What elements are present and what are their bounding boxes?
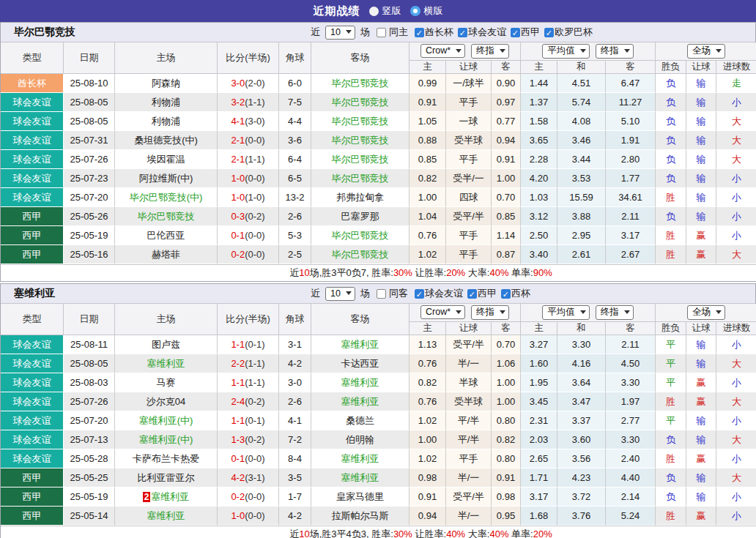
odds-company-select[interactable]: Crow* [420, 44, 465, 58]
home-team[interactable]: 巴伦西亚 [115, 226, 218, 245]
result-handicap: 输 [686, 207, 716, 226]
average-stage-select[interactable]: 终指 [596, 305, 634, 320]
odds-stage-select[interactable]: 终指 [471, 44, 509, 59]
away-team-name: 邦弗拉甸拿 [336, 192, 384, 203]
away-team[interactable]: 邦弗拉甸拿 [311, 188, 410, 207]
away-team[interactable]: 塞维利亚 [311, 392, 410, 411]
league-filter-checkbox[interactable]: ✓ [544, 28, 554, 37]
home-team[interactable]: 毕尔巴鄂竞技(中) [115, 188, 218, 207]
corner-count: 4-2 [279, 354, 311, 373]
result-scope-select[interactable]: 全场 [687, 305, 725, 320]
check-icon: ✓ [468, 290, 476, 299]
home-team[interactable]: 阿拉维斯(中) [115, 169, 218, 188]
match-score: 0-2(0-0) [218, 245, 279, 264]
away-team[interactable]: 毕尔巴鄂竞技 [311, 150, 410, 169]
avg-draw: 4.08 [557, 112, 606, 131]
same-venue-checkbox[interactable] [377, 289, 386, 299]
away-team[interactable]: 毕尔巴鄂竞技 [311, 131, 410, 150]
league-filter-checkbox[interactable]: ✓ [467, 289, 477, 299]
subcolumn-header: 主 [521, 61, 557, 74]
home-team[interactable]: 埃因霍温 [115, 150, 218, 169]
result-win-lose: 胜 [656, 226, 686, 245]
result-goals: 小 [716, 207, 756, 226]
home-team[interactable]: 毕尔巴鄂竞技 [115, 207, 218, 226]
home-team[interactable]: 桑坦德竞技(中) [115, 131, 218, 150]
odds-home: 0.76 [410, 392, 446, 411]
match-row: 球会友谊 25-07-31 桑坦德竞技(中) 2-1(0-0) 3-6 毕尔巴鄂… [1, 131, 756, 150]
home-team[interactable]: 利物浦 [115, 93, 218, 112]
radio-vertical-layout[interactable]: 竖版 [369, 4, 401, 18]
avg-draw: 4.23 [557, 468, 606, 487]
chevron-down-icon [456, 49, 462, 53]
league-filter-checkbox[interactable]: ✓ [415, 289, 424, 299]
away-team[interactable]: 皇家马德里 [311, 487, 410, 507]
subcolumn-header: 胜负 [656, 61, 686, 74]
away-team[interactable]: 塞维利亚 [311, 335, 410, 354]
home-team[interactable]: 卡萨布兰卡热爱 [115, 449, 218, 468]
avg-draw: 3.44 [557, 150, 606, 169]
away-team[interactable]: 毕尔巴鄂竞技 [311, 169, 410, 188]
away-team[interactable]: 塞维利亚 [311, 373, 410, 392]
away-team[interactable]: 毕尔巴鄂竞技 [311, 226, 410, 245]
away-team[interactable]: 卡达西亚 [311, 354, 410, 373]
stats-summary: 近10场,胜3平0负7, 胜率:30% 让胜率:20% 大率:40% 单率:90… [1, 264, 756, 281]
recent-count-select[interactable]: 10 [325, 287, 355, 301]
match-score: 1-1(0-1) [218, 411, 279, 430]
league-filter-checkbox[interactable]: ✓ [415, 28, 424, 37]
away-team[interactable]: 毕尔巴鄂竞技 [311, 74, 410, 93]
home-team[interactable]: 塞维利亚 [115, 354, 218, 373]
halftime-score: (1-0) [245, 192, 264, 203]
fulltime-score: 4-2 [231, 472, 245, 483]
away-team-name: 毕尔巴鄂竞技 [332, 230, 389, 241]
odds-stage-select[interactable]: 终指 [471, 305, 509, 320]
home-team[interactable]: 图卢兹 [115, 335, 218, 354]
stat-segment: 大率: [465, 528, 489, 538]
recent-label: 近 [311, 287, 320, 300]
away-team[interactable]: 塞维利亚 [311, 449, 410, 468]
home-team[interactable]: 2塞维利亚 [115, 487, 218, 507]
match-date: 25-05-16 [64, 245, 115, 264]
select-value: Crow* [426, 307, 451, 317]
home-team[interactable]: 赫塔菲 [115, 245, 218, 264]
avg-home: 2.28 [521, 150, 557, 169]
home-team[interactable]: 比利亚雷亚尔 [115, 468, 218, 487]
average-type-select[interactable]: 平均值 [542, 305, 590, 320]
away-team[interactable]: 桑德兰 [311, 411, 410, 430]
home-team[interactable]: 马赛 [115, 373, 218, 392]
radio-horizontal-layout[interactable]: 横版 [410, 4, 443, 18]
avg-away: 2.14 [606, 487, 656, 507]
average-type-select[interactable]: 平均值 [542, 44, 590, 59]
avg-home: 2.03 [521, 430, 557, 449]
subcolumn-header: 主 [410, 61, 446, 74]
fulltime-score: 4-1 [231, 116, 245, 127]
match-row: 球会友谊 25-05-28 卡萨布兰卡热爱 0-1(0-0) 8-4 塞维利亚 … [1, 449, 756, 468]
match-row: 球会友谊 25-08-11 图卢兹 1-1(0-1) 3-1 塞维利亚 1.13… [1, 335, 756, 354]
recent-count-select[interactable]: 10 [325, 26, 355, 40]
league-filter-checkbox[interactable]: ✓ [458, 28, 467, 37]
away-team[interactable]: 伯明翰 [311, 430, 410, 449]
home-team[interactable]: 沙尔克04 [115, 392, 218, 411]
odds-company-select[interactable]: Crow* [420, 305, 465, 319]
home-team[interactable]: 塞维利亚(中) [115, 411, 218, 430]
chevron-down-icon [346, 30, 352, 34]
chevron-down-icon [500, 49, 505, 53]
away-team[interactable]: 巴塞罗那 [311, 207, 410, 226]
away-team[interactable]: 拉斯帕尔马斯 [311, 507, 410, 526]
column-score: 比分(半场) [218, 304, 279, 335]
away-team[interactable]: 毕尔巴鄂竞技 [311, 112, 410, 131]
home-team[interactable]: 利物浦 [115, 112, 218, 131]
away-team[interactable]: 毕尔巴鄂竞技 [311, 93, 410, 112]
away-team[interactable]: 塞维利亚 [311, 468, 410, 487]
league-filter-checkbox[interactable]: ✓ [511, 28, 520, 37]
halftime-score: (0-2) [245, 396, 264, 407]
league-filter-checkbox[interactable]: ✓ [501, 289, 511, 299]
average-stage-select[interactable]: 终指 [596, 44, 634, 59]
home-team[interactable]: 塞维利亚 [115, 507, 218, 526]
away-team[interactable]: 毕尔巴鄂竞技 [311, 245, 410, 264]
home-team[interactable]: 塞维利亚(中) [115, 430, 218, 449]
home-team[interactable]: 阿森纳 [115, 74, 218, 93]
check-icon: ✓ [511, 29, 519, 37]
same-venue-checkbox[interactable] [377, 28, 386, 37]
odds-away: 0.91 [492, 468, 521, 487]
result-scope-select[interactable]: 全场 [687, 44, 725, 59]
